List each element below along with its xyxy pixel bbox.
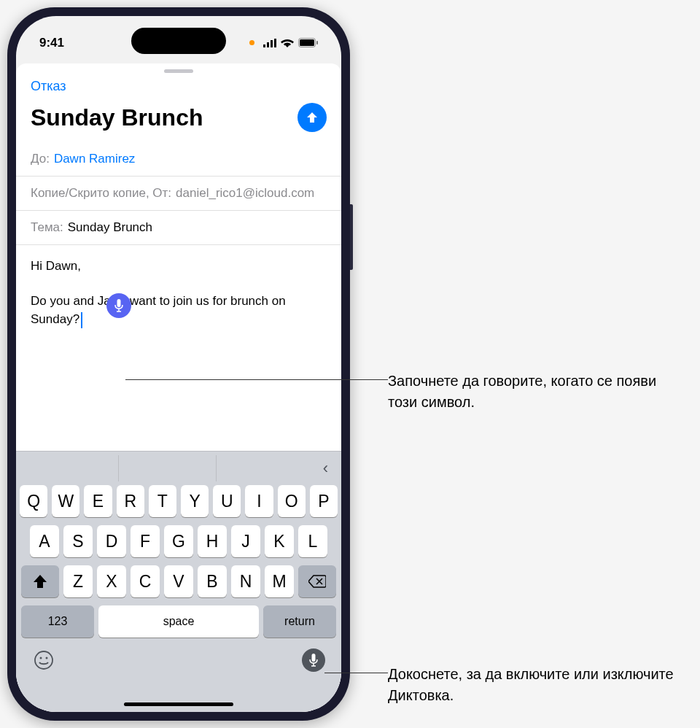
title-row: Sunday Brunch — [16, 94, 341, 142]
side-button — [350, 204, 353, 270]
emoji-icon — [34, 650, 54, 670]
key-r[interactable]: R — [117, 485, 144, 517]
cc-from-field[interactable]: Копие/Скрито копие, От: daniel_rico1@icl… — [16, 177, 341, 211]
key-v[interactable]: V — [164, 565, 193, 597]
svg-point-9 — [40, 657, 42, 659]
subject-label: Тема: — [31, 220, 63, 235]
callout-dictation-bubble: Започнете да говорите, когато се появи т… — [388, 371, 687, 413]
svg-rect-7 — [117, 299, 121, 307]
suggestion-slot[interactable] — [221, 455, 314, 481]
suggestion-slot[interactable] — [123, 455, 217, 481]
space-key[interactable]: space — [98, 605, 259, 638]
key-c[interactable]: C — [131, 565, 160, 597]
key-n[interactable]: N — [231, 565, 260, 597]
svg-rect-6 — [316, 41, 318, 44]
text-cursor — [81, 312, 82, 328]
to-field[interactable]: До: Dawn Ramirez — [16, 142, 341, 177]
home-indicator[interactable] — [124, 702, 233, 706]
body-greeting: Hi Dawn, — [31, 257, 327, 276]
key-l[interactable]: L — [298, 525, 327, 557]
arrow-up-icon — [305, 110, 319, 125]
shift-key[interactable] — [21, 565, 59, 597]
key-m[interactable]: M — [265, 565, 294, 597]
key-k[interactable]: K — [265, 525, 294, 557]
key-d[interactable]: D — [97, 525, 126, 557]
cc-label: Копие/Скрито копие, От: — [31, 186, 171, 201]
callout-line — [324, 673, 388, 673]
shift-icon — [33, 575, 47, 588]
keyboard: ‹ QWERTYUIOP ASDFGHJKL ZXCVBNM 123 space — [16, 451, 341, 712]
emoji-button[interactable] — [32, 648, 55, 672]
dynamic-island — [131, 28, 226, 54]
svg-rect-2 — [271, 40, 273, 47]
key-q[interactable]: Q — [20, 485, 47, 517]
key-g[interactable]: G — [164, 525, 193, 557]
chevron-left-icon[interactable]: ‹ — [319, 459, 332, 478]
cellular-icon — [263, 39, 276, 47]
status-right — [249, 38, 318, 47]
key-u[interactable]: U — [213, 485, 241, 517]
return-key[interactable]: return — [263, 605, 336, 638]
send-button[interactable] — [298, 103, 327, 132]
microphone-icon — [114, 299, 124, 312]
key-z[interactable]: Z — [63, 565, 93, 597]
svg-point-8 — [35, 651, 52, 669]
key-row-2: ASDFGHJKL — [20, 525, 338, 557]
phone-screen: 9:41 Отказ Sunday Brunch До: Dawn Ra — [16, 16, 341, 712]
microphone-icon — [308, 653, 319, 667]
svg-rect-1 — [267, 42, 269, 47]
key-i[interactable]: I — [245, 485, 273, 517]
key-x[interactable]: X — [97, 565, 126, 597]
suggestion-bar: ‹ — [16, 452, 341, 485]
backspace-key[interactable] — [298, 565, 336, 597]
compose-title: Sunday Brunch — [31, 104, 203, 131]
key-t[interactable]: T — [149, 485, 176, 517]
battery-icon — [298, 38, 318, 47]
subject-field[interactable]: Тема: Sunday Brunch — [16, 211, 341, 245]
svg-rect-11 — [312, 654, 316, 662]
from-value: daniel_rico1@icloud.com — [176, 186, 314, 201]
key-b[interactable]: B — [198, 565, 227, 597]
key-h[interactable]: H — [198, 525, 227, 557]
keyboard-bottom-row — [16, 646, 341, 672]
body-textarea[interactable]: Hi Dawn, Do you and Jamil want to join u… — [16, 245, 341, 341]
key-row-4: 123 space return — [20, 605, 338, 638]
cancel-button[interactable]: Отказ — [31, 79, 66, 93]
svg-point-10 — [46, 657, 48, 659]
sheet-grabber[interactable] — [164, 69, 193, 73]
svg-rect-3 — [274, 39, 276, 47]
svg-rect-0 — [263, 44, 265, 47]
compose-sheet: Отказ Sunday Brunch До: Dawn Ramirez Коп… — [16, 63, 341, 712]
callout-line — [125, 379, 388, 380]
numbers-key[interactable]: 123 — [21, 605, 94, 638]
status-time: 9:41 — [39, 36, 64, 50]
backspace-icon — [308, 575, 326, 588]
key-y[interactable]: Y — [181, 485, 209, 517]
suggestion-slot[interactable] — [25, 455, 119, 481]
compose-header: Отказ — [16, 76, 341, 94]
key-row-1: QWERTYUIOP — [20, 485, 338, 517]
phone-frame: 9:41 Отказ Sunday Brunch До: Dawn Ra — [7, 7, 350, 721]
wifi-icon — [281, 38, 294, 47]
key-o[interactable]: O — [278, 485, 306, 517]
svg-rect-5 — [300, 39, 314, 46]
to-value: Dawn Ramirez — [54, 152, 135, 166]
key-f[interactable]: F — [131, 525, 160, 557]
callout-dictation-button: Докоснете, за да включите или изключите … — [388, 664, 687, 706]
key-row-3: ZXCVBNM — [20, 565, 338, 597]
dictation-button[interactable] — [302, 648, 325, 672]
mic-indicator-icon — [249, 40, 254, 45]
key-s[interactable]: S — [63, 525, 93, 557]
key-w[interactable]: W — [52, 485, 79, 517]
to-label: До: — [31, 152, 50, 166]
dictation-indicator[interactable] — [106, 293, 131, 318]
body-text: Do you and Jamil want to join us for bru… — [31, 294, 286, 327]
subject-value: Sunday Brunch — [68, 220, 152, 235]
key-j[interactable]: J — [231, 525, 260, 557]
key-e[interactable]: E — [84, 485, 112, 517]
key-a[interactable]: A — [30, 525, 59, 557]
key-p[interactable]: P — [310, 485, 338, 517]
